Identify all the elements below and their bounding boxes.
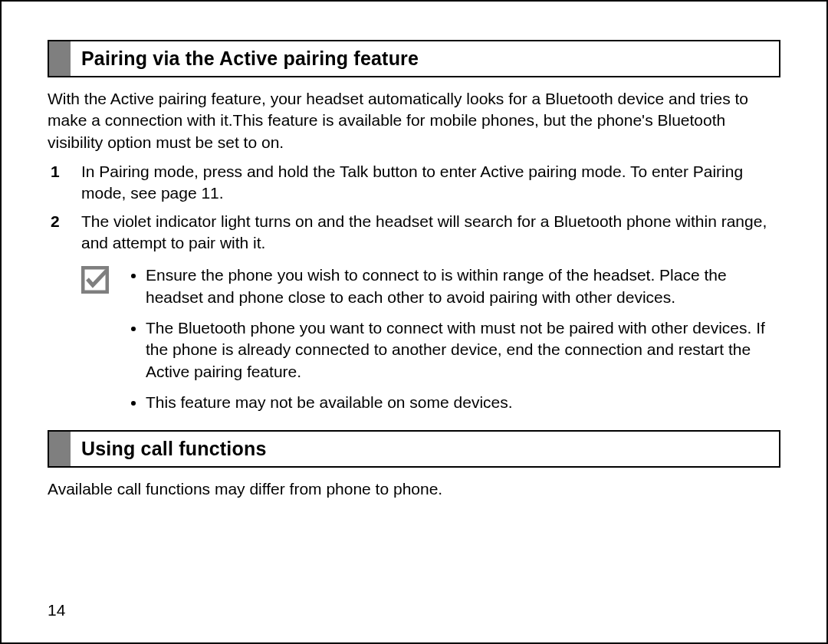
step-item: In Pairing mode, press and hold the Talk… (48, 161, 780, 205)
section-intro: With the Active pairing feature, your he… (48, 88, 780, 153)
note-block: Ensure the phone you wish to connect to … (81, 264, 780, 413)
checkmark-icon (81, 266, 109, 294)
note-item: Ensure the phone you wish to connect to … (146, 264, 780, 308)
note-item: This feature may not be available on som… (146, 392, 780, 413)
steps-list: In Pairing mode, press and hold the Talk… (48, 161, 780, 254)
section-header-call-functions: Using call functions (48, 430, 780, 468)
section-title: Using call functions (71, 432, 779, 466)
section-tab (49, 432, 71, 466)
notes-list: Ensure the phone you wish to connect to … (127, 264, 780, 413)
section-header-pairing: Pairing via the Active pairing feature (48, 40, 780, 77)
section-intro: Available call functions may differ from… (48, 478, 780, 500)
section-title: Pairing via the Active pairing feature (71, 41, 779, 76)
step-item: The violet indicator light turns on and … (48, 211, 780, 255)
manual-page: Pairing via the Active pairing feature W… (0, 0, 828, 644)
section-tab (49, 41, 71, 76)
page-number: 14 (48, 601, 65, 619)
note-item: The Bluetooth phone you want to connect … (146, 317, 780, 383)
